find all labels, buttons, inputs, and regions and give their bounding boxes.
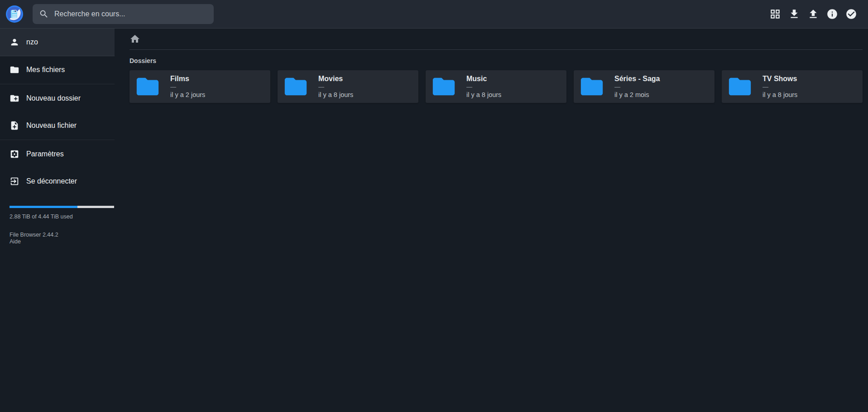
logout-icon [10,176,19,186]
folder-name: Films [170,74,205,83]
download-icon [788,8,800,20]
download-button[interactable] [785,5,804,24]
grid-view-icon [769,8,781,20]
info-icon [826,8,838,20]
folder-card-text: Séries - Saga — il y a 2 mois [614,74,660,99]
folder-card-text: Movies — il y a 8 jours [318,74,353,99]
folder-icon [133,73,162,100]
folder-card-music[interactable]: Music — il y a 8 jours [426,70,566,103]
usage-text: 2.88 TiB of 4.44 TiB used [10,213,115,220]
folder-size: — [170,83,205,91]
folder-icon [577,73,606,100]
header-actions [766,5,861,24]
sidebar-item-logout[interactable]: Se déconnecter [0,168,115,195]
credits: File Browser 2.44.2 Aide [0,220,115,245]
header [0,0,868,29]
folder-modified: il y a 8 jours [318,91,353,99]
sidebar-item-label: Nouveau dossier [26,94,81,102]
filebrowser-logo-icon [5,5,24,23]
folder-card-text: Films — il y a 2 jours [170,74,205,99]
version-text: File Browser 2.44.2 [10,232,58,238]
folder-card-text: TV Shows — il y a 8 jours [762,74,797,99]
select-multiple-button[interactable] [842,5,861,24]
search-bar[interactable] [33,4,214,24]
sidebar-item-new-folder[interactable]: Nouveau dossier [0,85,115,112]
user-row: nzo [0,29,115,56]
folder-icon [725,73,754,100]
folder-icon [429,73,458,100]
sidebar-divider [0,84,115,84]
section-label-folders: Dossiers [129,57,863,64]
folder-size: — [614,83,660,91]
username: nzo [26,38,38,46]
sidebar-item-label: Nouveau fichier [26,121,77,130]
folder-name: TV Shows [762,74,797,83]
sidebar-item-label: Paramètres [26,150,64,158]
folder-card-films[interactable]: Films — il y a 2 jours [129,70,270,103]
folder-modified: il y a 2 mois [614,91,660,99]
folder-modified: il y a 8 jours [762,91,797,99]
folder-card-text: Music — il y a 8 jours [466,74,501,99]
folder-card-series-saga[interactable]: Séries - Saga — il y a 2 mois [574,70,715,103]
folder-card-tv-shows[interactable]: TV Shows — il y a 8 jours [722,70,863,103]
search-icon [39,9,49,19]
info-button[interactable] [823,5,842,24]
folder-modified: il y a 2 jours [170,91,205,99]
folder-modified: il y a 8 jours [466,91,501,99]
folder-size: — [318,83,353,91]
switch-view-button[interactable] [766,5,785,24]
new-file-icon [10,121,19,131]
main-content: Dossiers Films — il y a 2 jours Movies [115,29,868,412]
app-logo[interactable] [5,4,24,24]
home-icon [129,34,140,44]
usage-fill [10,206,77,208]
folder-size: — [466,83,501,91]
sidebar-item-my-files[interactable]: Mes fichiers [0,56,115,83]
sidebar-item-label: Mes fichiers [26,66,65,74]
folder-name: Séries - Saga [614,74,660,83]
folder-card-movies[interactable]: Movies — il y a 8 jours [278,70,418,103]
folder-icon [10,65,19,75]
search-input[interactable] [54,10,207,18]
sidebar-item-new-file[interactable]: Nouveau fichier [0,112,115,139]
sidebar-item-settings[interactable]: Paramètres [0,141,115,168]
usage-section: 2.88 TiB of 4.44 TiB used [0,195,115,220]
new-folder-icon [10,93,19,103]
breadcrumb [129,29,863,50]
check-circle-icon [845,8,857,20]
help-link[interactable]: Aide [10,238,21,245]
sidebar-item-label: Se déconnecter [26,177,77,185]
breadcrumb-home-button[interactable] [127,31,143,47]
settings-icon [10,149,19,159]
sidebar-divider [0,140,115,140]
upload-button[interactable] [804,5,823,24]
folder-size: — [762,83,797,91]
sidebar: nzo Mes fichiers Nouveau dossier Nouveau… [0,29,115,412]
usage-bar [10,206,114,208]
person-icon [10,37,19,47]
upload-icon [807,8,819,20]
folder-name: Music [466,74,501,83]
folder-icon [281,73,310,100]
folder-grid: Films — il y a 2 jours Movies — il y a 8… [129,70,863,103]
folder-name: Movies [318,74,353,83]
